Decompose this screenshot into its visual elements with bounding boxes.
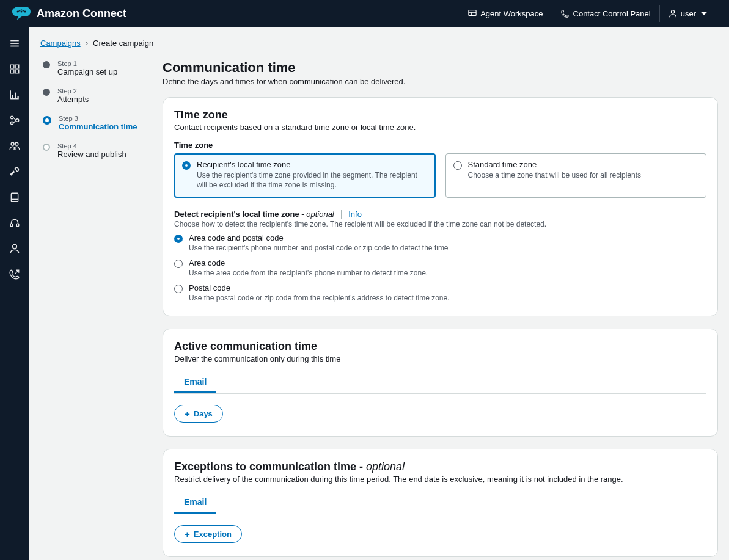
detect-option-postal[interactable]: Postal code Use the postal code or zip c…: [174, 283, 706, 302]
info-link[interactable]: Info: [348, 209, 362, 219]
radio-icon: [182, 161, 191, 170]
routing-icon[interactable]: [9, 115, 20, 126]
svg-rect-17: [15, 93, 16, 98]
detect-option-area-postal-title: Area code and postal code: [189, 233, 449, 242]
top-header: Amazon Connect Agent Workspace Contact C…: [0, 0, 729, 27]
exceptions-tabs: Email: [174, 492, 706, 514]
svg-rect-27: [16, 224, 18, 227]
svg-rect-18: [18, 96, 19, 98]
ccp-link[interactable]: Contact Control Panel: [552, 5, 660, 22]
workspace-icon: [468, 9, 477, 18]
detect-tz-header: Detect recipient's local time zone - opt…: [174, 209, 706, 219]
call-out-icon[interactable]: [9, 269, 20, 280]
step-1[interactable]: Step 1 Campaign set up: [43, 60, 144, 87]
tile-recipient-local-tz[interactable]: Recipient's local time zone Use the reci…: [174, 153, 436, 198]
detect-option-area-postal[interactable]: Area code and postal code Use the recipi…: [174, 233, 706, 252]
svg-rect-3: [469, 10, 476, 16]
page-title: Communication time: [163, 60, 718, 76]
radio-icon: [174, 235, 183, 243]
users-icon[interactable]: [9, 140, 20, 151]
brand-name: Amazon Connect: [37, 7, 126, 20]
breadcrumb-parent-link[interactable]: Campaigns: [40, 38, 81, 48]
chevron-down-icon: [700, 9, 708, 18]
timezone-tiles: Recipient's local time zone Use the reci…: [174, 153, 706, 198]
svg-rect-10: [10, 65, 14, 68]
plus-icon: +: [185, 409, 190, 418]
active-time-tabs: Email: [174, 372, 706, 394]
add-days-label: Days: [194, 409, 213, 418]
headset-icon[interactable]: [9, 217, 20, 228]
radio-icon: [453, 161, 462, 170]
timezone-panel: Time zone Contact recipients based on a …: [163, 97, 718, 316]
connect-logo-icon: [12, 6, 31, 21]
wizard-stepper: Step 1 Campaign set up Step 2 Attempts S…: [40, 60, 144, 560]
radio-icon: [174, 260, 183, 268]
user-menu[interactable]: user: [660, 5, 717, 22]
detect-tz-options: Area code and postal code Use the recipi…: [174, 233, 706, 302]
tile-standard-tz[interactable]: Standard time zone Choose a time zone th…: [445, 153, 707, 198]
svg-rect-11: [15, 65, 19, 68]
active-time-desc: Deliver the communication only during th…: [174, 354, 706, 363]
step-4[interactable]: Step 4 Review and publish: [43, 142, 144, 170]
add-exception-button[interactable]: + Exception: [174, 525, 242, 543]
detect-option-area-desc: Use the area code from the recipient's p…: [189, 269, 428, 277]
agent-workspace-label: Agent Workspace: [480, 9, 543, 18]
dashboard-icon[interactable]: [9, 64, 20, 75]
tile-standard-tz-desc: Choose a time zone that will be used for…: [468, 170, 641, 180]
active-time-heading: Active communication time: [174, 340, 706, 353]
agent-workspace-link[interactable]: Agent Workspace: [460, 5, 552, 22]
phone-icon: [561, 9, 570, 18]
svg-point-23: [15, 142, 18, 145]
svg-point-21: [16, 119, 19, 122]
detect-tz-label: Detect recipient's local time zone - opt…: [174, 209, 334, 219]
step-3-title: Communication time: [59, 122, 137, 131]
analytics-icon[interactable]: [9, 89, 20, 100]
breadcrumb-current: Create campaign: [93, 38, 153, 48]
svg-rect-13: [15, 70, 19, 73]
chevron-right-icon: ›: [86, 38, 88, 48]
step-2[interactable]: Step 2 Attempts: [43, 87, 144, 115]
user-icon: [669, 9, 677, 18]
svg-point-1: [21, 11, 23, 13]
divider: |: [340, 209, 343, 219]
wizard-main: Communication time Define the days and t…: [163, 60, 718, 560]
svg-rect-16: [12, 95, 13, 98]
add-days-button[interactable]: + Days: [174, 405, 223, 423]
tab-email-exceptions[interactable]: Email: [174, 492, 216, 514]
svg-point-6: [671, 10, 674, 13]
detect-option-postal-title: Postal code: [189, 283, 450, 293]
user-label: user: [681, 9, 696, 18]
device-icon[interactable]: [9, 192, 20, 203]
breadcrumb: Campaigns › Create campaign: [40, 38, 718, 48]
tab-email[interactable]: Email: [174, 372, 216, 393]
detect-option-area-postal-desc: Use the recipient's phone number and pos…: [189, 244, 449, 252]
svg-point-19: [10, 116, 13, 119]
add-exception-label: Exception: [194, 529, 232, 539]
step-3[interactable]: Step 3 Communication time: [43, 115, 144, 142]
wrench-icon[interactable]: [9, 166, 20, 177]
page-content: Campaigns › Create campaign Step 1 Campa…: [29, 27, 729, 560]
svg-point-28: [13, 244, 17, 249]
step-1-label: Step 1: [57, 60, 117, 67]
svg-rect-12: [10, 70, 14, 73]
brand: Amazon Connect: [12, 6, 126, 21]
plus-icon: +: [185, 529, 190, 539]
hamburger-icon[interactable]: [9, 38, 20, 49]
detect-tz-helper: Choose how to detect the recipient's tim…: [174, 220, 706, 228]
detect-option-area[interactable]: Area code Use the area code from the rec…: [174, 258, 706, 277]
active-time-panel: Active communication time Deliver the co…: [163, 329, 718, 437]
step-1-title: Campaign set up: [57, 67, 117, 76]
exceptions-heading: Exceptions to communication time - optio…: [174, 460, 706, 473]
detect-option-area-title: Area code: [189, 258, 428, 267]
tile-standard-tz-title: Standard time zone: [468, 160, 641, 169]
page-subtitle: Define the days and times for when commu…: [163, 77, 718, 86]
step-4-label: Step 4: [57, 142, 126, 150]
timezone-desc: Contact recipients based on a standard t…: [174, 123, 706, 132]
person-icon[interactable]: [9, 243, 20, 254]
svg-point-20: [10, 122, 13, 125]
radio-icon: [174, 285, 183, 293]
ccp-label: Contact Control Panel: [573, 9, 651, 18]
left-nav-rail: [0, 27, 29, 560]
svg-point-22: [11, 142, 14, 145]
step-2-label: Step 2: [57, 87, 89, 95]
